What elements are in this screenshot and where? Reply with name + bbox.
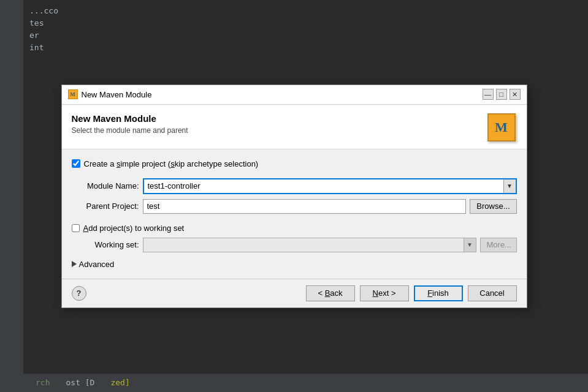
- dialog-body: Create a simple project (skip archetype …: [62, 149, 527, 279]
- advanced-label: Advanced: [79, 260, 115, 269]
- dialog-subtitle: Select the module name and parent: [72, 126, 188, 135]
- titlebar-maven-icon: M: [68, 89, 78, 99]
- dialog-title: New Maven Module: [82, 90, 152, 99]
- working-set-combo: ▼: [143, 238, 476, 252]
- working-set-checkbox-label: Add project(s) to working set: [83, 224, 185, 233]
- create-simple-project-label: Create a simple project (skip archetype …: [84, 159, 259, 168]
- simple-project-row: Create a simple project (skip archetype …: [72, 159, 517, 168]
- module-name-dropdown-arrow[interactable]: ▼: [503, 179, 516, 193]
- more-button: More...: [480, 238, 517, 252]
- advanced-triangle-icon: [72, 261, 77, 267]
- title-bar: M New Maven Module — □ ✕: [62, 85, 527, 105]
- dialog-footer: ? < Back Next > Finish Cancel: [62, 279, 527, 307]
- working-set-input: [143, 238, 464, 252]
- footer-right: < Back Next > Finish Cancel: [306, 285, 517, 301]
- help-button[interactable]: ?: [72, 286, 86, 301]
- working-set-label-text: Working set:: [72, 240, 139, 249]
- maven-icon: M: [487, 113, 516, 141]
- title-controls: — □ ✕: [483, 89, 521, 100]
- working-set-fields: Working set: ▼ More...: [72, 238, 517, 252]
- dialog-main-title: New Maven Module: [72, 113, 188, 124]
- maven-icon-container: M: [487, 113, 517, 143]
- next-button[interactable]: Next >: [360, 285, 409, 301]
- parent-project-row: Browse...: [143, 199, 517, 214]
- working-set-dropdown-arrow: ▼: [464, 238, 476, 252]
- finish-button[interactable]: Finish: [414, 285, 463, 301]
- form-grid: Module Name: ▼ Parent Project: Browse...: [72, 178, 517, 214]
- working-set-checkbox-row: Add project(s) to working set: [72, 224, 517, 233]
- create-simple-project-checkbox[interactable]: [72, 159, 80, 168]
- parent-project-input[interactable]: [143, 199, 467, 214]
- advanced-row[interactable]: Advanced: [72, 260, 517, 269]
- back-button[interactable]: < Back: [306, 285, 355, 301]
- dialog-overlay: M New Maven Module — □ ✕ New Maven Modul…: [0, 0, 588, 392]
- cancel-button[interactable]: Cancel: [468, 285, 517, 301]
- dialog-header: New Maven Module Select the module name …: [62, 105, 527, 149]
- module-name-label: Module Name:: [72, 181, 139, 190]
- dialog-window: M New Maven Module — □ ✕ New Maven Modul…: [61, 85, 527, 308]
- minimize-button[interactable]: —: [483, 89, 494, 100]
- module-name-input[interactable]: [144, 179, 503, 193]
- title-bar-left: M New Maven Module: [68, 89, 152, 99]
- working-set-checkbox[interactable]: [72, 224, 80, 232]
- dialog-header-text: New Maven Module Select the module name …: [72, 113, 188, 135]
- browse-button[interactable]: Browse...: [470, 199, 516, 214]
- parent-project-label: Parent Project:: [72, 202, 139, 211]
- restore-button[interactable]: □: [496, 89, 507, 100]
- footer-left: ?: [72, 286, 86, 301]
- close-button[interactable]: ✕: [510, 89, 521, 100]
- module-name-combo-wrapper: ▼: [143, 178, 517, 194]
